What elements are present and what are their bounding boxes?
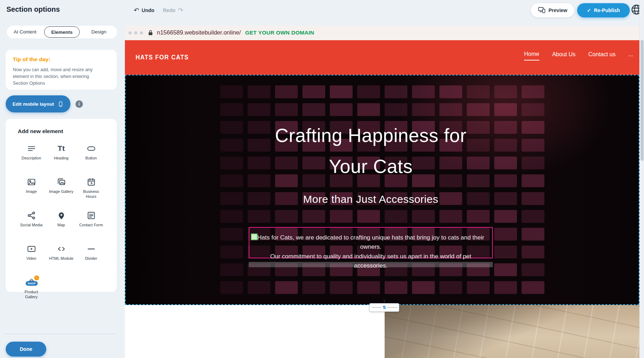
info-icon[interactable]: i <box>75 100 83 108</box>
shop-badge: SHOP <box>26 281 38 286</box>
nav-contact-us[interactable]: Contact us <box>588 51 616 60</box>
undo-icon <box>134 6 139 14</box>
phone-icon <box>58 101 64 107</box>
site-logo[interactable]: HATS FOR CATS <box>136 54 189 61</box>
element-label: Image <box>19 189 44 194</box>
tab-ai-content[interactable]: AI Content <box>7 26 43 38</box>
browser-dot <box>128 31 132 35</box>
tip-of-the-day-card: Tip of the day: Now you can add, move an… <box>6 50 117 90</box>
add-element-business-hours[interactable]: Business Hours <box>76 174 106 204</box>
hero-subheading[interactable]: More than Just Accessories <box>125 193 617 205</box>
divider-icon <box>86 243 96 254</box>
element-label: Description <box>19 156 44 160</box>
site-header[interactable]: HATS FOR CATS Home About Us Contact us .… <box>125 40 639 75</box>
add-element-video[interactable]: Video <box>16 241 46 271</box>
browser-dot <box>134 31 137 35</box>
hero-heading-line1[interactable]: Crafting Happiness for <box>125 125 617 146</box>
tab-elements[interactable]: Elements <box>44 26 80 38</box>
site-url: n1566589.websitebuilder.online/ <box>157 29 241 36</box>
add-element-divider[interactable]: Divider <box>76 241 106 271</box>
redo-label: Redo <box>163 7 175 13</box>
add-element-image[interactable]: Image <box>16 174 46 204</box>
resize-arrows-icon <box>381 305 387 310</box>
get-own-domain-link[interactable]: GET YOUR OWN DOMAIN <box>245 30 314 36</box>
section-resize-handle[interactable] <box>369 299 399 312</box>
element-label: Divider <box>79 256 104 261</box>
business-hours-icon <box>86 177 96 187</box>
preview-label: Preview <box>549 7 568 13</box>
devices-icon <box>538 7 545 14</box>
selected-paragraph-element[interactable]: Hats for Cats, we are dedicated to craft… <box>249 227 493 258</box>
heading-icon: Tt <box>58 143 65 154</box>
element-label: Video <box>19 256 44 261</box>
tip-title: Tip of the day: <box>13 56 110 63</box>
preview-browser-bar: n1566589.websitebuilder.online/ GET YOUR… <box>125 26 639 40</box>
add-element-social-media[interactable]: Social Media <box>16 207 46 238</box>
video-icon <box>27 243 36 254</box>
add-element-image-gallery[interactable]: Image Gallery <box>46 174 76 204</box>
element-label: Product Gallery <box>19 289 44 300</box>
tab-design[interactable]: Design <box>81 26 116 38</box>
resize-pill[interactable] <box>369 303 399 312</box>
upgrade-badge-icon <box>34 275 39 280</box>
social-media-icon <box>27 210 36 221</box>
page-title: Section options <box>6 5 60 14</box>
contact-form-icon <box>86 210 96 221</box>
element-grid: DescriptionTtHeadingButtonImageImage Gal… <box>6 140 117 305</box>
redo-button[interactable]: Redo <box>163 6 183 14</box>
sidebar-divider <box>6 334 117 334</box>
paragraph-line-2: Our commitment to quality and individual… <box>254 252 488 271</box>
next-section-image[interactable] <box>385 305 639 358</box>
product-gallery-icon: SHOP <box>27 277 36 288</box>
browser-dots <box>128 31 143 35</box>
add-element-description[interactable]: Description <box>16 140 46 171</box>
done-label: Done <box>20 346 32 352</box>
element-label: Social Media <box>19 222 44 227</box>
republish-button[interactable]: Re-Publish <box>577 3 630 17</box>
arrow-up-icon <box>369 299 399 303</box>
element-label: HTML Module <box>49 256 74 261</box>
next-section-background[interactable] <box>125 305 385 358</box>
lock-icon <box>148 30 153 37</box>
tip-body: Now you can add, move and resize any ele… <box>13 66 104 87</box>
button-icon <box>86 143 96 154</box>
paragraph-line-1: Hats for Cats, we are dedicated to craft… <box>254 233 488 252</box>
preview-button[interactable]: Preview <box>531 3 574 17</box>
undo-button[interactable]: Undo <box>134 6 154 14</box>
add-element-heading[interactable]: TtHeading <box>46 140 76 171</box>
undo-label: Undo <box>142 7 154 13</box>
add-element-contact-form[interactable]: Contact Form <box>76 207 106 238</box>
html-module-icon <box>57 243 66 254</box>
nav-about-us[interactable]: About Us <box>552 51 576 60</box>
add-element-button[interactable]: Button <box>76 140 106 171</box>
element-label: Image Gallery <box>49 189 74 194</box>
map-pin-icon <box>57 210 66 221</box>
nav-more-icon[interactable]: ... <box>628 51 633 60</box>
add-element-html-module[interactable]: HTML Module <box>46 241 76 271</box>
edit-mobile-layout-button[interactable]: Edit mobile layout <box>6 95 70 112</box>
republish-label: Re-Publish <box>594 7 620 13</box>
scrollbar[interactable] <box>639 0 644 358</box>
hero-section[interactable]: Crafting Happiness for Your Cats More th… <box>125 75 639 305</box>
add-element-product-gallery[interactable]: SHOPProduct Gallery <box>16 274 46 305</box>
element-label: Heading <box>49 156 74 160</box>
check-icon <box>587 7 591 13</box>
done-button[interactable]: Done <box>6 342 46 357</box>
element-label: Business Hours <box>79 189 104 199</box>
sidebar-tabs: AI Content Elements Design <box>7 26 117 38</box>
element-label: Contact Form <box>79 222 104 227</box>
image-icon <box>27 177 36 187</box>
element-label: Button <box>79 156 104 160</box>
hero-heading-line2[interactable]: Your Cats <box>125 156 617 177</box>
edit-mobile-label: Edit mobile layout <box>12 101 54 107</box>
site-nav: Home About Us Contact us ... <box>524 51 633 60</box>
element-drag-handle[interactable] <box>251 233 258 240</box>
text-lines-icon <box>27 143 36 154</box>
browser-dot <box>140 31 143 35</box>
hero-paragraph: Hats for Cats, we are dedicated to craft… <box>254 233 488 270</box>
nav-home[interactable]: Home <box>524 51 539 60</box>
scrollbar-thumb[interactable] <box>640 40 644 161</box>
element-label: Map <box>49 222 74 227</box>
add-panel-title: Add new element <box>6 128 117 135</box>
add-element-map[interactable]: Map <box>46 207 76 238</box>
